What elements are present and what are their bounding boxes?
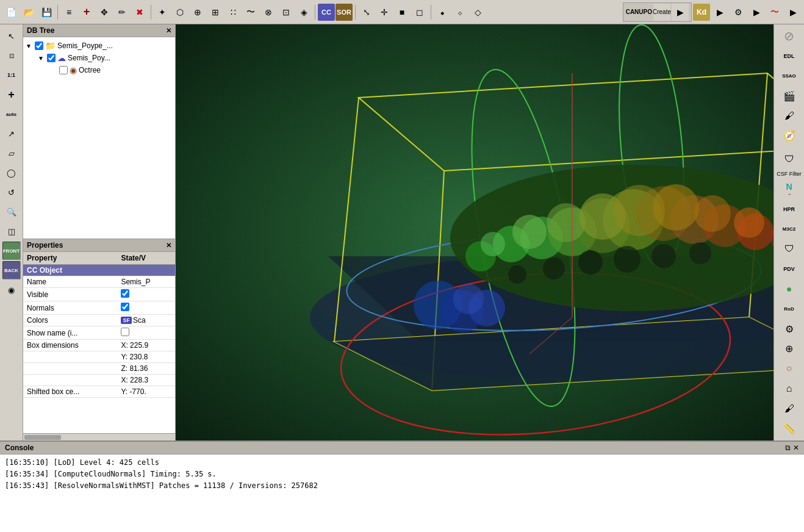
home-button[interactable]: ⌂ <box>778 379 801 398</box>
prop-normals-value <box>117 301 175 315</box>
paint-button[interactable]: 🖌 <box>778 399 801 418</box>
measure-button[interactable]: ◯ <box>2 164 21 182</box>
shield-button[interactable]: 🛡 <box>778 240 801 259</box>
octree-checkbox[interactable] <box>59 66 68 74</box>
canupo-create-button[interactable]: Create <box>653 4 670 21</box>
expand2[interactable]: ▶ <box>748 4 765 21</box>
add-toolbar-button[interactable]: + <box>78 4 95 21</box>
canupo-expand[interactable]: ▶ <box>672 4 689 21</box>
showname-checkbox[interactable] <box>121 328 129 336</box>
console-restore[interactable]: ⧉ <box>785 444 791 452</box>
sep1 <box>57 5 58 20</box>
extra1[interactable]: ⬥ <box>434 4 451 21</box>
tool-dots[interactable]: ∷ <box>224 4 242 21</box>
new-button[interactable]: 📄 <box>2 4 20 21</box>
pdv-button[interactable]: PDV <box>778 260 801 279</box>
tool-hex[interactable]: ⬡ <box>171 4 188 21</box>
settings-button[interactable]: ⚙ <box>730 4 747 21</box>
tool-star[interactable]: ✦ <box>154 4 171 21</box>
properties-panel: Properties ✕ Property State/V CC Object <box>23 239 175 440</box>
move-button[interactable]: ✥ <box>96 4 113 21</box>
layers-button[interactable]: ⊕ <box>778 339 801 358</box>
gear-right-button[interactable]: ⚙ <box>778 320 801 339</box>
select-mode-button[interactable]: ↗ <box>2 124 21 143</box>
prop-name-value: Semis_P <box>117 276 175 288</box>
properties-scrollbar[interactable] <box>23 433 175 440</box>
tool-seg[interactable]: ⊗ <box>260 4 277 21</box>
extra3[interactable]: ◇ <box>469 4 486 21</box>
auto-button[interactable]: auto <box>2 105 21 123</box>
prop-visible-label: Visible <box>23 288 117 301</box>
front-view-button[interactable]: FRONT <box>2 242 21 260</box>
svg-point-27 <box>512 215 547 249</box>
rotate-button[interactable]: ↺ <box>2 183 21 201</box>
normals-checkbox[interactable] <box>121 303 129 311</box>
zoom-fit-button[interactable]: ⊡ <box>2 46 21 65</box>
tool-dot[interactable]: ⊕ <box>189 4 206 21</box>
csf-filter-button[interactable]: 🛡 <box>778 148 801 171</box>
properties-scrollbar-thumb[interactable] <box>24 435 61 440</box>
back-view-button[interactable]: BACK <box>2 261 21 279</box>
tree-item-octree[interactable]: ◉ Octree <box>26 64 173 76</box>
hpr-button[interactable]: HPR <box>778 200 801 219</box>
compass-button[interactable]: 🧭 <box>778 126 801 145</box>
db-tree-close[interactable]: ✕ <box>166 27 171 35</box>
search-button[interactable]: 🔍 <box>2 203 21 221</box>
prop-row-boxdim-z: Z: 81.36 <box>23 363 175 375</box>
wave-button[interactable]: 〜 <box>766 4 783 21</box>
arrow-button[interactable]: ⤡ <box>358 4 375 21</box>
viewport[interactable]: 85 Z Y X <box>176 24 773 440</box>
kd-button[interactable]: Kd <box>693 4 710 21</box>
cc-button[interactable]: CC <box>318 4 335 21</box>
console-content: [16:35:10] [LoD] Level 4: 425 cells [16:… <box>0 455 804 532</box>
sphere-button[interactable]: ● <box>778 279 801 298</box>
cloud-arrow-icon: ▼ <box>38 55 45 62</box>
sor-button[interactable]: SOR <box>336 4 353 21</box>
prop-boxdim-x: X: 225.9 <box>117 340 175 351</box>
tool-seg2[interactable]: ⊡ <box>278 4 295 21</box>
clapper-button[interactable]: 🎬 <box>778 87 801 106</box>
expand1[interactable]: ▶ <box>711 4 728 21</box>
select-toolbar-button[interactable]: ✏ <box>113 4 131 21</box>
save-button[interactable]: 💾 <box>38 4 55 21</box>
one-to-one-button[interactable]: 1:1 <box>2 66 21 84</box>
ruler-button[interactable]: 📏 <box>778 419 801 438</box>
square-button[interactable]: ■ <box>393 4 411 21</box>
visible-checkbox[interactable] <box>121 289 129 298</box>
tool-sub[interactable]: ◈ <box>295 4 312 21</box>
cube-button[interactable]: ◫ <box>2 222 21 240</box>
extra2[interactable]: ⬦ <box>451 4 468 21</box>
tool-wave[interactable]: 〜 <box>242 4 259 21</box>
circle-button[interactable]: ◉ <box>2 281 21 299</box>
tree-item-root[interactable]: ▼ 📁 Semis_Poype_... <box>26 40 173 52</box>
edl-button[interactable]: EDL <box>778 47 801 66</box>
square2-button[interactable]: ◻ <box>411 4 428 21</box>
pointer-button[interactable]: ↖ <box>2 27 21 45</box>
m3c2-button[interactable]: M3C2 <box>778 220 801 239</box>
properties-close[interactable]: ✕ <box>166 242 171 250</box>
console-close[interactable]: ✕ <box>793 444 799 452</box>
delete-button[interactable]: ✖ <box>131 4 148 21</box>
open-button[interactable]: 📂 <box>20 4 37 21</box>
disabled-button[interactable]: ⊘ <box>778 27 801 46</box>
tree-item-cloud[interactable]: ▼ ☁ Semis_Poy... <box>26 52 173 64</box>
north-button[interactable]: N → <box>778 180 801 199</box>
list-button[interactable]: ≡ <box>60 4 77 21</box>
clip-button[interactable]: ▱ <box>2 144 21 162</box>
console-controls: ⧉ ✕ <box>785 444 799 452</box>
prop-row-ccobject: CC Object <box>23 265 175 276</box>
svg-point-37 <box>614 246 641 273</box>
ssao-button[interactable]: SSAO <box>778 66 801 85</box>
db-tree-content[interactable]: ▼ 📁 Semis_Poype_... ▼ ☁ Semis_Poy... ◉ <box>23 37 175 239</box>
sep3 <box>315 5 315 20</box>
cross-button[interactable]: ✛ <box>376 4 393 21</box>
tool-grid[interactable]: ⊞ <box>207 4 224 21</box>
main-area: ↖ ⊡ 1:1 + auto ↗ ▱ ◯ ↺ 🔍 ◫ FRONT BACK ◉ … <box>0 24 804 440</box>
root-checkbox[interactable] <box>35 41 43 50</box>
cloud-checkbox[interactable] <box>47 54 56 62</box>
ring-button[interactable]: ○ <box>778 359 801 378</box>
brush-button[interactable]: 🖌 <box>778 107 801 126</box>
expand3[interactable]: ▶ <box>784 4 802 21</box>
zoom-plus-button[interactable]: + <box>2 85 21 104</box>
rod-button[interactable]: RoD <box>778 300 801 318</box>
